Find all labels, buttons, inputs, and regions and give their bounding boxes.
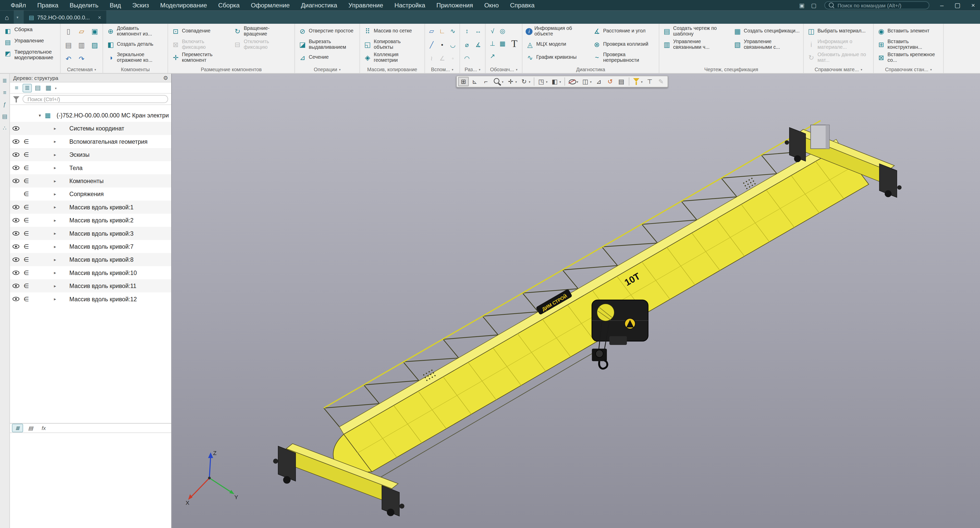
tree-root-item[interactable]: ▾ ▦ (-)752.НО-00.00.00.000 МС Кран элект… xyxy=(10,109,171,122)
leader-icon[interactable]: ↗ xyxy=(488,52,496,60)
viewport-tool-button[interactable]: ▾ xyxy=(631,77,644,86)
copy-objects-button[interactable]: ◱ Копировать объекты xyxy=(362,38,423,51)
group-label-auxiliary[interactable]: Вспом...▾ xyxy=(427,65,458,73)
viewport-tool-button[interactable]: ▾ xyxy=(492,77,504,86)
menu-item[interactable]: Эскиз xyxy=(127,0,155,11)
group-label-system[interactable]: Системная▾ xyxy=(62,65,100,73)
menu-item[interactable]: Оформление xyxy=(245,0,295,11)
conic-icon[interactable]: ◡ xyxy=(449,41,457,49)
mirror-components-button[interactable]: ◑ Зеркальное отражение ко... xyxy=(105,51,165,64)
viewport-tool-button[interactable]: ◫ ▾ xyxy=(580,77,593,86)
dropdown-arrow-icon[interactable]: ▾ xyxy=(546,80,547,83)
window-layout-icon[interactable]: ▣ xyxy=(797,1,807,10)
group-label-placement[interactable]: Размещение компонентов xyxy=(170,65,293,73)
menu-item[interactable]: Настройка xyxy=(389,0,431,11)
group-label-operations[interactable]: Операции▾ xyxy=(297,65,358,73)
group-label-materials[interactable]: Справочник мате...▾ xyxy=(806,65,871,73)
panel-tree-icon[interactable]: ≣ xyxy=(1,77,8,84)
insert-fastener-button[interactable]: ⊠ Вставить крепежное со... xyxy=(876,51,941,64)
tree-item[interactable]: ∈ ▸ Компоненты xyxy=(10,174,171,187)
viewport-tool-button[interactable]: ◧ ▾ xyxy=(549,77,562,86)
group-label-array[interactable]: Массив, копирование xyxy=(362,65,423,73)
viewport-tool-button[interactable]: ✎ ▾ xyxy=(655,77,667,86)
panel-tab[interactable]: ≣ xyxy=(12,424,23,432)
tree-item[interactable]: ∈ ▸ Массив вдоль кривой:8 xyxy=(10,253,171,266)
tree-composition-icon[interactable]: ≡ xyxy=(12,83,21,92)
tree-item[interactable]: ∈ ▸ Массив вдоль кривой:10 xyxy=(10,266,171,279)
home-dropdown[interactable]: ▾ xyxy=(14,11,21,24)
viewport-tool-button[interactable]: ▾ xyxy=(566,77,579,86)
command-search-input[interactable] xyxy=(838,2,925,8)
point-icon[interactable]: • xyxy=(438,41,446,49)
tree-display-icon[interactable]: ▤ xyxy=(33,83,43,92)
redo-icon[interactable]: ↷ xyxy=(77,54,86,63)
create-spec-button[interactable]: ▦ Создать спецификаци... xyxy=(732,25,801,38)
dim-angle-icon[interactable]: ∡ xyxy=(474,41,482,49)
tab-close-icon[interactable]: × xyxy=(98,14,101,20)
table-icon[interactable]: ▦ xyxy=(498,40,507,48)
dropdown-arrow-icon[interactable]: ▾ xyxy=(641,80,643,83)
insert-element-button[interactable]: ◉ Вставить элемент xyxy=(876,25,941,38)
tree-options-dropdown[interactable]: ▾ xyxy=(55,86,57,90)
panel-tab[interactable]: ▤ xyxy=(25,424,36,432)
tree-item[interactable]: ∈ ▸ Массив вдоль кривой:12 xyxy=(10,292,171,305)
plane-icon[interactable]: ▱ xyxy=(428,27,436,35)
dim-linear-icon[interactable]: ↔ xyxy=(474,27,482,35)
tree-item[interactable]: ∈ ▸ Массив вдоль кривой:11 xyxy=(10,279,171,292)
visibility-eye-icon[interactable] xyxy=(12,244,19,249)
send-icon[interactable]: ▨ xyxy=(90,41,99,49)
visibility-eye-icon[interactable] xyxy=(12,166,19,170)
expander-icon[interactable]: ▸ xyxy=(51,283,59,289)
viewport-tool-button[interactable]: ↺ ▾ xyxy=(605,77,616,86)
expander-icon[interactable]: ▸ xyxy=(51,297,59,301)
expander-icon[interactable]: ▸ xyxy=(51,179,59,183)
tree-filter-icon[interactable]: ▦ xyxy=(44,83,53,92)
visibility-eye-icon[interactable] xyxy=(12,231,19,236)
visibility-eye-icon[interactable] xyxy=(12,152,19,157)
visibility-eye-icon[interactable] xyxy=(12,218,19,222)
filter-icon[interactable] xyxy=(13,95,20,103)
home-button[interactable]: ⌂ xyxy=(0,11,14,24)
create-drawing-button[interactable]: ▤ Создать чертеж по шаблону xyxy=(661,25,731,38)
panel-graph-icon[interactable]: ∴ xyxy=(1,124,8,132)
panel-list-icon[interactable]: ▤ xyxy=(1,113,8,120)
enable-fix-button[interactable]: ⊠ Включить фиксацию xyxy=(170,38,231,51)
tree-item[interactable]: ∈ ▸ Массив вдоль кривой:3 xyxy=(10,227,171,240)
close-button[interactable]: × xyxy=(966,0,980,11)
dropdown-arrow-icon[interactable]: ▾ xyxy=(590,80,592,83)
visibility-eye-icon[interactable] xyxy=(12,179,19,183)
expander-icon[interactable]: ▸ xyxy=(51,244,59,249)
viewport-tool-button[interactable]: ⌐ ▾ xyxy=(480,77,491,86)
expander-open-icon[interactable]: ▾ xyxy=(39,113,41,118)
menu-item[interactable]: Окно xyxy=(479,0,504,11)
tree-item[interactable]: ∈ ▸ Тела xyxy=(10,161,171,174)
viewport-tool-button[interactable]: ↻ ▾ xyxy=(519,77,531,86)
visibility-eye-icon[interactable] xyxy=(12,271,19,275)
viewport-tool-button[interactable]: ⊞ ▾ xyxy=(458,77,469,86)
geometry-collection-button[interactable]: ◈ Коллекция геометрии xyxy=(362,51,423,64)
grid-array-button[interactable]: ⠿ Массив по сетке xyxy=(362,25,423,38)
add-component-button[interactable]: ⊕ Добавить компонент из... xyxy=(105,25,165,38)
cut-extrude-button[interactable]: ◪ Вырезать выдавливанием xyxy=(297,38,358,51)
visibility-eye-icon[interactable] xyxy=(12,257,19,262)
tree-item[interactable]: ∈ ▸ Системы координат xyxy=(10,122,171,135)
panel-tab[interactable]: fx xyxy=(38,424,49,432)
material-update-button[interactable]: ↻ Обновить данные по мат... xyxy=(806,51,871,64)
viewport-tool-button[interactable]: ◳ ▾ xyxy=(536,77,549,86)
group-label-standards[interactable]: Справочник стан...▾ xyxy=(876,65,941,73)
curve-icon[interactable]: ≀ xyxy=(428,55,436,63)
tree-item[interactable]: ∈ ▸ Вспомогательная геометрия xyxy=(10,135,171,148)
save-icon[interactable]: ▣ xyxy=(90,27,99,35)
menu-item[interactable]: Сборка xyxy=(213,0,245,11)
visibility-eye-icon[interactable] xyxy=(12,126,19,131)
viewport-tool-button[interactable]: ✛ ▾ xyxy=(505,77,518,86)
visibility-eye-icon[interactable] xyxy=(12,284,19,288)
viewport-3d[interactable]: ДИМ СТРОЙ 10Т xyxy=(172,74,980,528)
choose-material-button[interactable]: ◫ Выбрать материал... xyxy=(806,25,871,38)
mode-button[interactable]: ▤ Управление xyxy=(3,38,58,47)
dropdown-arrow-icon[interactable]: ▾ xyxy=(529,80,530,83)
menu-item[interactable]: Моделирование xyxy=(155,0,213,11)
expander-icon[interactable]: ▸ xyxy=(51,257,59,262)
menu-item[interactable]: Правка xyxy=(32,0,64,11)
section-button[interactable]: ⊿ Сечение xyxy=(297,51,358,64)
